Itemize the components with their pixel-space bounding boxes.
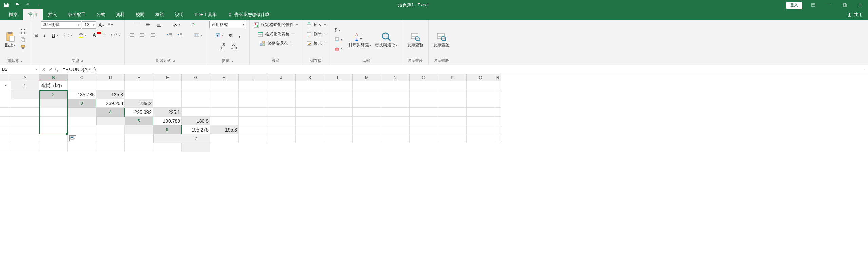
format-as-table-button[interactable]: 格式化為表格: [256, 30, 295, 38]
column-header[interactable]: O: [410, 74, 438, 81]
cell[interactable]: [96, 81, 125, 90]
border-button[interactable]: [63, 31, 74, 39]
cell[interactable]: [267, 125, 296, 134]
cell[interactable]: 195.3: [210, 125, 239, 134]
column-header[interactable]: K: [296, 74, 324, 81]
cell[interactable]: [0, 125, 11, 134]
tab-home[interactable]: 常用: [23, 9, 43, 20]
cell[interactable]: [410, 90, 438, 99]
cell[interactable]: [438, 125, 467, 134]
cell[interactable]: [39, 134, 68, 143]
cell[interactable]: [125, 90, 153, 99]
cell[interactable]: [381, 108, 410, 117]
cell[interactable]: [182, 90, 210, 99]
column-header[interactable]: F: [153, 74, 182, 81]
cell[interactable]: [381, 125, 410, 134]
cell[interactable]: [353, 125, 381, 134]
cell[interactable]: [381, 90, 410, 99]
spreadsheet-grid[interactable]: ABCDEFGHIJKLMNOPQR▲1進貨（kg）2135.785135.83…: [0, 74, 868, 152]
insert-function-icon[interactable]: fx: [55, 66, 58, 73]
cell[interactable]: [296, 90, 324, 99]
cell[interactable]: [210, 81, 239, 90]
increase-decimal-icon[interactable]: ←.0.00: [218, 42, 226, 51]
cell[interactable]: 239.2: [125, 99, 153, 108]
invoice-check-button-2[interactable]: 发票查验: [431, 31, 452, 48]
cell[interactable]: [467, 125, 495, 134]
cell[interactable]: [296, 117, 324, 125]
cell[interactable]: [324, 90, 353, 99]
cell[interactable]: [410, 81, 438, 90]
name-box[interactable]: B2: [0, 65, 40, 74]
cell[interactable]: [410, 108, 438, 117]
cell[interactable]: [0, 134, 11, 143]
font-color-button[interactable]: A: [91, 31, 106, 39]
cell[interactable]: [239, 134, 267, 143]
cell[interactable]: [353, 99, 381, 108]
cell[interactable]: [296, 108, 324, 117]
expand-formula-bar-icon[interactable]: ⌄: [861, 65, 868, 74]
cell[interactable]: [239, 81, 267, 90]
number-format-combo[interactable]: 通用格式: [209, 21, 246, 28]
cell[interactable]: [39, 125, 68, 134]
font-name-combo[interactable]: 新細明體: [41, 21, 81, 29]
merge-center-icon[interactable]: [193, 31, 203, 39]
format-cells-button[interactable]: 格式: [305, 39, 327, 47]
cell[interactable]: [0, 90, 11, 99]
cell[interactable]: [381, 117, 410, 125]
cell[interactable]: [239, 125, 267, 134]
tab-insert[interactable]: 插入: [43, 9, 62, 20]
cell[interactable]: [11, 117, 39, 125]
increase-indent-icon[interactable]: [176, 31, 184, 39]
cancel-formula-icon[interactable]: ✕: [41, 67, 45, 72]
cell[interactable]: [438, 99, 467, 108]
column-header[interactable]: R: [495, 74, 501, 81]
cell[interactable]: [495, 90, 501, 99]
cell[interactable]: [11, 134, 39, 143]
tab-help[interactable]: 說明: [170, 9, 189, 20]
cell[interactable]: [11, 143, 39, 152]
cell[interactable]: [410, 134, 438, 143]
column-header[interactable]: M: [353, 74, 381, 81]
cell[interactable]: [210, 90, 239, 99]
cell[interactable]: [0, 99, 11, 108]
cell[interactable]: [467, 117, 495, 125]
cell[interactable]: [324, 134, 353, 143]
cell[interactable]: 239.208: [96, 99, 125, 108]
invoice-check-button-1[interactable]: 发票查验: [405, 31, 426, 48]
cell[interactable]: [210, 108, 239, 117]
align-middle-icon[interactable]: [144, 21, 152, 28]
tab-file[interactable]: 檔案: [3, 9, 23, 20]
cut-button[interactable]: [19, 27, 27, 35]
cell[interactable]: [96, 143, 125, 152]
row-header[interactable]: 7: [182, 134, 210, 143]
cell[interactable]: [210, 134, 239, 143]
cell[interactable]: 180.8: [182, 117, 210, 125]
column-header[interactable]: C: [68, 74, 96, 81]
cell[interactable]: [410, 125, 438, 134]
cell[interactable]: [438, 134, 467, 143]
cell[interactable]: 180.783: [153, 117, 182, 125]
cell[interactable]: [353, 81, 381, 90]
font-size-combo[interactable]: 12: [82, 21, 96, 29]
cell[interactable]: [39, 108, 68, 117]
cell[interactable]: [68, 81, 96, 90]
cell[interactable]: [267, 134, 296, 143]
orientation-icon[interactable]: ab: [171, 21, 182, 28]
cell[interactable]: [267, 108, 296, 117]
cell[interactable]: [0, 143, 11, 152]
cell[interactable]: [267, 90, 296, 99]
row-header[interactable]: 4: [96, 108, 125, 117]
cell[interactable]: [438, 117, 467, 125]
cell-styles-button[interactable]: 儲存格樣式: [258, 39, 293, 47]
clear-icon[interactable]: [333, 45, 344, 52]
accounting-format-icon[interactable]: $: [214, 32, 225, 39]
cell[interactable]: [239, 90, 267, 99]
cell[interactable]: [324, 125, 353, 134]
cell[interactable]: [381, 81, 410, 90]
cell[interactable]: [39, 117, 68, 125]
cell[interactable]: [495, 117, 501, 125]
cell[interactable]: [495, 134, 501, 143]
decrease-decimal-icon[interactable]: .00→.0: [229, 42, 238, 51]
row-header[interactable]: 2: [39, 90, 68, 99]
tab-review[interactable]: 校閱: [130, 9, 150, 20]
